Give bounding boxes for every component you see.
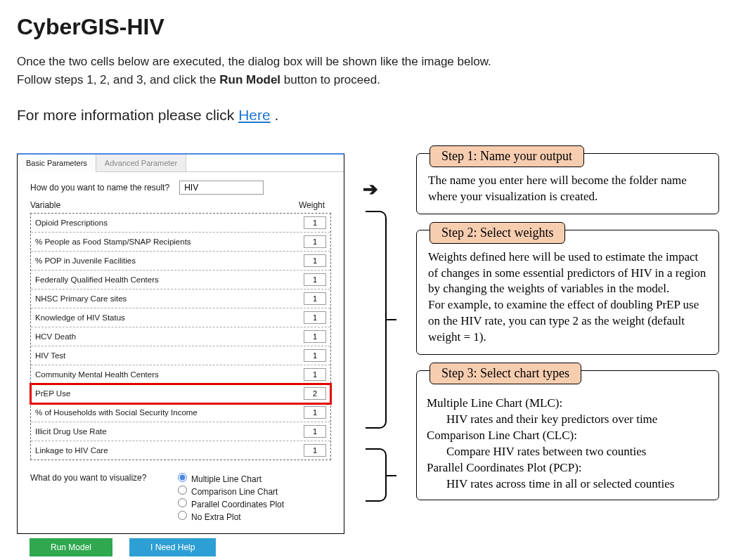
tab-advanced-parameter[interactable]: Advanced Parameter	[96, 155, 186, 172]
step3-block: Step 3: Select chart types Multiple Line…	[416, 370, 719, 500]
page-title: CyberGIS-HIV	[17, 14, 719, 40]
variable-row: % People as Food Stamp/SNAP Recipients	[31, 233, 330, 252]
need-help-button[interactable]: I Need Help	[129, 538, 216, 556]
vis-option[interactable]: Comparison Line Chart	[178, 486, 284, 498]
step2-block: Step 2: Select weights Weights defined h…	[416, 230, 719, 356]
variable-row: Community Mental Health Centers	[31, 365, 330, 384]
variable-row: NHSC Primary Care sites	[31, 289, 330, 308]
weight-input[interactable]	[304, 444, 326, 457]
parameters-dialog: Basic Parameters Advanced Parameter How …	[17, 153, 344, 534]
weight-input[interactable]	[304, 311, 326, 324]
tab-basic-parameters[interactable]: Basic Parameters	[18, 155, 96, 172]
weight-input[interactable]	[304, 349, 326, 362]
variable-label: Community Mental Health Centers	[35, 370, 304, 379]
variable-label: % POP in Juvenile Facilities	[35, 256, 304, 265]
variable-label: Federally Qualified Health Centers	[35, 275, 304, 284]
weight-input[interactable]	[304, 254, 326, 267]
weight-input[interactable]	[304, 235, 326, 248]
step3-title: Step 3: Select chart types	[430, 363, 581, 384]
vis-option[interactable]: Parallel Coordinates Plot	[178, 498, 284, 511]
vis-option-radio[interactable]	[178, 498, 187, 507]
variable-label: Illicit Drug Use Rate	[35, 427, 304, 436]
variable-label: HCV Death	[35, 332, 304, 341]
variable-label: Linkage to HIV Care	[35, 446, 304, 455]
step2-body: Weights defined here will be used to est…	[417, 249, 718, 355]
vis-option-radio[interactable]	[178, 473, 187, 482]
col-header-variable: Variable	[30, 200, 299, 210]
visualize-options: Multiple Line ChartComparison Line Chart…	[178, 473, 284, 523]
variable-row: % of Households with Social Security Inc…	[31, 403, 330, 422]
result-name-label: How do you want to name the result?	[30, 183, 169, 193]
weight-input[interactable]	[304, 330, 326, 343]
variable-label: % of Households with Social Security Inc…	[35, 408, 304, 417]
tab-row: Basic Parameters Advanced Parameter	[18, 155, 344, 172]
variable-label: PrEP Use	[35, 389, 304, 398]
variable-row: Federally Qualified Health Centers	[31, 271, 330, 289]
vis-option[interactable]: Multiple Line Chart	[178, 473, 284, 486]
weight-input[interactable]	[304, 273, 326, 286]
vis-option-radio[interactable]	[178, 486, 187, 495]
step2-title: Step 2: Select weights	[430, 222, 565, 244]
connector-graphics: ➔	[361, 153, 399, 512]
step1-body: The name you enter here will become the …	[417, 173, 718, 214]
weight-input[interactable]	[304, 406, 326, 419]
variable-row: Illicit Drug Use Rate	[31, 422, 330, 441]
variable-label: % People as Food Stamp/SNAP Recipients	[35, 237, 304, 246]
weight-input[interactable]	[304, 216, 326, 229]
vis-option-radio[interactable]	[178, 511, 187, 520]
variable-label: Opioid Prescriptions	[35, 219, 304, 227]
weight-input[interactable]	[304, 368, 326, 381]
weight-input[interactable]	[304, 387, 326, 400]
result-name-input[interactable]	[179, 181, 264, 195]
run-model-button[interactable]: Run Model	[30, 538, 112, 556]
variable-row: PrEP Use	[31, 384, 330, 403]
variable-label: HIV Test	[35, 351, 304, 360]
weight-input[interactable]	[304, 292, 326, 305]
visualize-question: What do you want to visualize?	[30, 473, 178, 483]
col-header-weight: Weight	[299, 200, 327, 210]
vis-option[interactable]: No Extra Plot	[178, 511, 284, 523]
arrow-icon: ➔	[363, 178, 378, 200]
here-link[interactable]: Here	[238, 107, 271, 123]
step1-title: Step 1: Name your output	[430, 145, 584, 167]
variable-row: HIV Test	[31, 346, 330, 365]
variable-table: Opioid Prescriptions% People as Food Sta…	[30, 213, 331, 460]
bracket-charts	[366, 448, 387, 502]
variable-row: HCV Death	[31, 327, 330, 346]
variable-row: Linkage to HIV Care	[31, 441, 330, 460]
variable-row: Opioid Prescriptions	[31, 214, 330, 233]
bracket-weights	[366, 211, 387, 429]
variable-label: NHSC Primary Care sites	[35, 294, 304, 303]
intro-line-1: Once the two cells below are executed, t…	[17, 53, 719, 71]
intro-line-2: Follow steps 1, 2, and 3, and click the …	[17, 71, 719, 89]
step3-body: Multiple Line Chart (MLC): HIV rates and…	[417, 393, 718, 500]
variable-row: % POP in Juvenile Facilities	[31, 252, 330, 271]
variable-row: Knowledge of HIV Status	[31, 308, 330, 327]
variable-label: Knowledge of HIV Status	[35, 313, 304, 322]
info-line: For more information please click Here .	[17, 107, 719, 124]
weight-input[interactable]	[304, 425, 326, 438]
step1-block: Step 1: Name your output The name you en…	[416, 153, 719, 214]
